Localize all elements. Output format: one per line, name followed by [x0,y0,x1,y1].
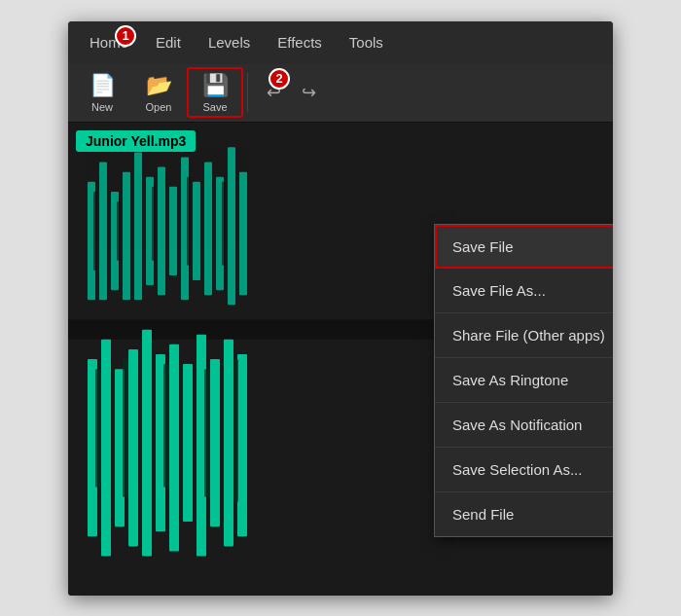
svg-rect-18 [187,176,191,265]
svg-rect-5 [134,152,142,300]
dropdown-menu: Save File Save File As... Share File (Ot… [434,224,613,537]
svg-rect-14 [239,171,247,295]
dropdown-item-save-selection-as[interactable]: Save Selection As... [435,448,613,492]
svg-rect-17 [152,186,156,260]
svg-rect-10 [193,181,200,279]
toolbar-separator [247,73,248,112]
new-label: New [91,101,113,113]
svg-rect-33 [237,353,247,535]
file-label: Junior Yell.mp3 [76,130,196,152]
svg-rect-36 [163,364,168,488]
badge-1: 1 [115,25,136,47]
menu-effects[interactable]: Effects [264,28,336,56]
toolbar: 📄 New 📂 Open 💾 Save ↩ ↪ 2 [68,64,613,123]
svg-rect-13 [228,147,235,305]
open-label: Open [146,101,172,113]
open-button[interactable]: 📂 Open [130,67,187,118]
svg-rect-34 [95,369,100,488]
waveform-area: Junior Yell.mp3 [68,123,613,596]
svg-rect-7 [158,166,165,295]
svg-rect-23 [101,339,111,556]
menu-levels[interactable]: Levels [195,28,264,56]
svg-rect-38 [233,359,238,502]
svg-rect-11 [204,162,212,295]
svg-rect-28 [169,344,179,551]
dropdown-item-save-as-notification[interactable]: Save As Notification [435,403,613,448]
svg-rect-4 [123,171,130,300]
save-label: Save [202,101,227,113]
dropdown-item-send-file[interactable]: Send File [435,492,613,536]
dropdown-item-share-file[interactable]: Share File (Other apps) [435,313,613,358]
open-icon: 📂 [143,72,174,99]
svg-rect-32 [224,339,233,546]
svg-rect-16 [117,201,121,261]
svg-rect-29 [183,364,193,522]
menu-edit[interactable]: Edit [142,28,195,56]
svg-rect-37 [204,369,209,497]
svg-rect-8 [169,186,177,274]
toolbar-right: ↩ ↪ [256,75,326,110]
dropdown-item-save-file[interactable]: Save File [435,225,613,269]
svg-rect-19 [222,181,226,265]
svg-rect-35 [123,359,127,497]
svg-rect-2 [99,162,107,300]
menu-bar: Home Edit Levels Effects Tools 1 [68,21,613,64]
save-button[interactable]: 💾 Save [187,67,243,118]
app-window: Home Edit Levels Effects Tools 1 📄 New 📂… [68,21,613,596]
new-icon: 📄 [87,72,118,99]
save-icon: 💾 [199,72,231,99]
dropdown-item-save-file-as[interactable]: Save File As... [435,269,613,313]
svg-rect-25 [128,348,138,546]
svg-rect-31 [210,359,220,526]
svg-rect-15 [93,191,97,270]
menu-tools[interactable]: Tools [336,28,397,56]
svg-rect-26 [142,329,152,556]
dropdown-item-save-as-ringtone[interactable]: Save As Ringtone [435,358,613,403]
badge-2: 2 [269,68,290,90]
redo-button[interactable]: ↪ [291,75,326,110]
new-button[interactable]: 📄 New [74,67,130,118]
